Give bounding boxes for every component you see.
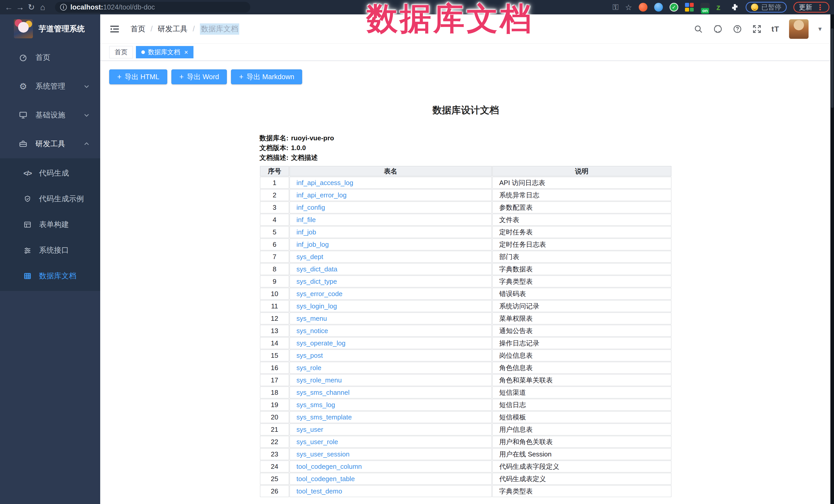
table-name-link[interactable]: tool_codegen_column: [297, 463, 362, 470]
cell-description: API 访问日志表: [492, 177, 671, 189]
sidebar-item-code-generation-demo[interactable]: 代码生成示例: [0, 186, 100, 212]
bookmark-star-icon[interactable]: ☆: [625, 3, 632, 12]
table-name-link[interactable]: sys_user_session: [297, 450, 350, 458]
help-icon[interactable]: [732, 24, 742, 34]
sidebar-item-home[interactable]: 首页: [0, 43, 100, 72]
doc-table-body: 1inf_api_access_logAPI 访问日志表2inf_api_err…: [260, 177, 671, 497]
sidebar-item-form-builder[interactable]: 表单构建: [0, 212, 100, 238]
export-html-button[interactable]: + 导出 HTML: [109, 69, 167, 84]
browser-update-button[interactable]: 更新 ⋮: [793, 2, 829, 13]
table-name-link[interactable]: sys_user_role: [297, 438, 338, 446]
sidebar-item-infrastructure[interactable]: 基础设施: [0, 101, 100, 130]
table-name-link[interactable]: inf_job_log: [297, 241, 329, 248]
table-name-link[interactable]: sys_user: [297, 425, 323, 433]
sidebar-item-label: 基础设施: [36, 110, 83, 120]
sidebar-item-code-generation[interactable]: </> 代码生成: [0, 160, 100, 186]
cell-description: 字典数据表: [492, 263, 671, 275]
plus-icon: +: [117, 73, 122, 81]
table-name-link[interactable]: sys_sms_channel: [297, 389, 350, 396]
table-name-link[interactable]: sys_post: [297, 352, 323, 359]
github-icon[interactable]: [713, 24, 723, 34]
browser-reload-icon[interactable]: ↻: [26, 2, 37, 12]
table-name-link[interactable]: sys_sms_log: [297, 401, 335, 409]
tag-close-icon[interactable]: ×: [184, 49, 188, 56]
table-row: 12sys_menu菜单权限表: [260, 312, 671, 324]
table-name-link[interactable]: sys_dict_type: [297, 278, 337, 285]
browser-forward-icon[interactable]: →: [15, 3, 26, 12]
dev-tools-submenu: </> 代码生成 代码生成示例 表单构建 系统接口: [0, 158, 100, 291]
doc-meta-description: 文档描述:文档描述: [260, 153, 672, 162]
site-info-icon[interactable]: i: [60, 4, 67, 10]
extension-green-check-icon[interactable]: ✓: [670, 3, 678, 12]
password-key-icon[interactable]: ⚿: [613, 3, 618, 12]
browser-menu-kebab-icon[interactable]: ⋮: [816, 3, 824, 12]
chevron-up-icon: [83, 140, 90, 147]
export-markdown-button[interactable]: + 导出 Markdown: [231, 69, 302, 84]
table-header-row: 序号 表名 说明: [260, 166, 671, 176]
cell-description: 文件表: [492, 214, 671, 226]
cell-index: 22: [260, 436, 289, 448]
tag-home[interactable]: 首页: [109, 46, 133, 58]
table-name-link[interactable]: sys_role_menu: [297, 376, 342, 384]
app-logo-row[interactable]: 芋道管理系统: [0, 15, 100, 43]
table-name-link[interactable]: inf_config: [297, 203, 325, 211]
cell-description: 用户信息表: [492, 423, 671, 435]
table-name-link[interactable]: sys_sms_template: [297, 413, 352, 421]
address-bar[interactable]: i localhost:1024/tool/db-doc: [55, 2, 250, 13]
table-name-link[interactable]: sys_operate_log: [297, 339, 346, 347]
table-name-link[interactable]: sys_error_code: [297, 290, 343, 298]
cell-table-name: sys_user_role: [289, 436, 492, 448]
extension-sprout-icon[interactable]: z: [716, 3, 724, 12]
browser-back-icon[interactable]: ←: [3, 3, 15, 12]
fullscreen-icon[interactable]: [752, 24, 762, 34]
table-row: 3inf_config参数配置表: [260, 201, 671, 213]
plus-icon: +: [179, 73, 184, 81]
sidebar-item-database-doc[interactable]: 数据库文档: [0, 263, 100, 289]
table-name-link[interactable]: sys_menu: [297, 314, 327, 322]
tag-database-doc[interactable]: 数据库文档 ×: [136, 46, 194, 58]
table-name-link[interactable]: inf_job: [297, 228, 316, 236]
user-avatar[interactable]: [789, 19, 809, 39]
table-row: 8sys_dict_data字典数据表: [260, 263, 671, 275]
table-name-link[interactable]: inf_api_error_log: [297, 191, 347, 199]
cell-table-name: inf_file: [289, 214, 492, 226]
extension-blue-icon[interactable]: [654, 3, 663, 12]
table-name-link[interactable]: sys_dict_data: [297, 265, 337, 273]
cell-table-name: sys_post: [289, 350, 492, 361]
search-icon[interactable]: [694, 24, 703, 34]
table-name-link[interactable]: sys_dept: [297, 253, 323, 261]
table-name-link[interactable]: sys_login_log: [297, 302, 337, 310]
scrollbar-thumb[interactable]: [831, 28, 833, 108]
cell-table-name: sys_user: [289, 423, 492, 435]
table-name-link[interactable]: tool_codegen_table: [297, 475, 355, 483]
sidebar-item-system-api[interactable]: 系统接口: [0, 238, 100, 263]
cell-description: 短信渠道: [492, 387, 671, 398]
extension-on-icon[interactable]: on: [700, 3, 710, 12]
gear-icon: ⚙: [18, 81, 28, 91]
export-word-button[interactable]: + 导出 Word: [171, 69, 227, 84]
table-name-link[interactable]: sys_role: [297, 364, 322, 372]
table-name-link[interactable]: inf_api_access_log: [297, 179, 353, 187]
user-menu-caret-icon[interactable]: ▾: [818, 25, 822, 33]
page-scrollbar[interactable]: [830, 15, 834, 504]
browser-extensions-area: ⚿ ☆ ✓ on z 已暂停 更新 ⋮: [613, 2, 829, 13]
table-name-link[interactable]: sys_notice: [297, 327, 328, 335]
table-row: 7sys_dept部门表: [260, 251, 671, 263]
table-name-link[interactable]: tool_test_demo: [297, 487, 342, 495]
cell-description: 参数配置表: [492, 201, 671, 213]
table-row: 17sys_role_menu角色和菜单关联表: [260, 374, 671, 386]
extension-grid-icon[interactable]: [685, 3, 694, 12]
table-row: 16sys_role角色信息表: [260, 362, 671, 374]
profile-paused-badge[interactable]: 已暂停: [746, 2, 787, 13]
breadcrumb-home[interactable]: 首页: [131, 24, 146, 34]
font-size-icon[interactable]: tT: [772, 25, 779, 34]
browser-home-icon[interactable]: ⌂: [37, 3, 48, 12]
sidebar-item-system-management[interactable]: ⚙ 系统管理: [0, 72, 100, 101]
extensions-puzzle-icon[interactable]: [731, 3, 739, 11]
url-host: localhost:: [70, 3, 103, 11]
sidebar-item-dev-tools[interactable]: 研发工具: [0, 130, 100, 158]
monitor-icon: [18, 110, 28, 120]
sidebar-collapse-icon[interactable]: [109, 23, 120, 35]
extension-orange-icon[interactable]: [639, 3, 648, 12]
table-name-link[interactable]: inf_file: [297, 216, 316, 224]
